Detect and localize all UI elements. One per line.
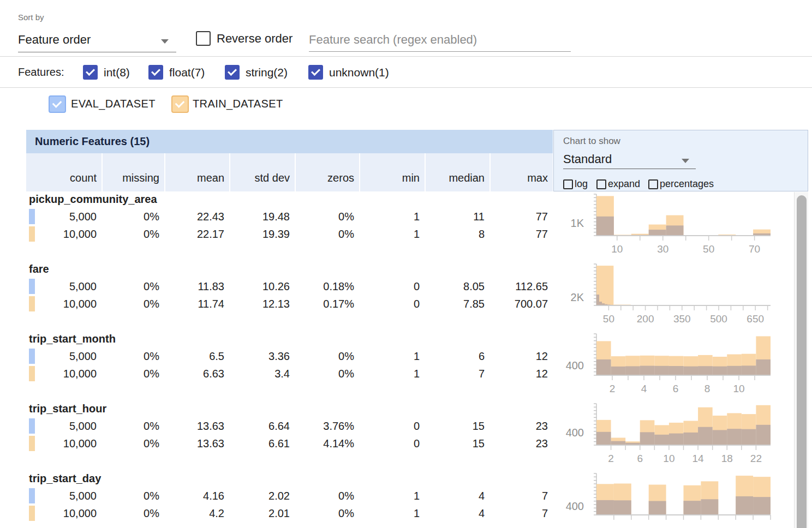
x-axis: [596, 515, 771, 520]
column-header-min: min: [359, 153, 425, 191]
stat-value-median: 4: [425, 487, 489, 505]
x-tick-label: 70: [749, 243, 760, 255]
expand-label: expand: [608, 178, 640, 190]
scrollbar-thumb[interactable]: [797, 195, 807, 528]
x-tick-label: 200: [637, 313, 654, 325]
stat-value-min: 1: [359, 505, 425, 522]
log-checkbox[interactable]: [563, 179, 573, 189]
stats-row-eval_dataset: 5,0000%11.8310.260.18%08.05112.65: [26, 278, 553, 295]
histogram-bar: [727, 429, 742, 445]
histogram-chart-trip_start_hour: 2610141822400: [561, 400, 796, 470]
x-tick-label: 50: [603, 313, 614, 325]
stat-value-zeros: 0%: [295, 505, 359, 522]
stat-value-median: 7: [425, 365, 489, 382]
stat-value-std-dev: 3.36: [229, 347, 295, 365]
histogram-chart-trip_start_month: 246810400: [561, 331, 796, 400]
stats-row-train_dataset: 10,0000%6.633.40%1712: [26, 365, 553, 382]
feature-type-checkbox-unknown[interactable]: [308, 65, 323, 80]
y-axis-comb: [594, 473, 596, 515]
histogram-bar: [614, 500, 631, 515]
stats-row-train_dataset: 10,0000%13.636.614.14%01523: [26, 435, 553, 452]
y-axis-comb: [594, 334, 596, 375]
stat-value-missing: 0%: [101, 295, 164, 313]
stat-value-max: 77: [489, 208, 553, 225]
expand-checkbox[interactable]: [596, 179, 606, 189]
stat-value-missing: 0%: [101, 505, 164, 522]
histogram-bar: [756, 359, 771, 375]
stat-value-count: 10,000: [26, 225, 101, 243]
histogram-bar: [596, 295, 599, 305]
scrollbar-track[interactable]: [794, 192, 808, 528]
feature-type-checkbox-int[interactable]: [83, 65, 98, 80]
x-axis: 10305070: [596, 236, 771, 255]
stat-value-count: 10,000: [26, 505, 101, 522]
stat-value-median: 15: [425, 435, 489, 452]
stat-value-max: 700.07: [489, 295, 553, 313]
dropdown-caret-icon: [161, 39, 169, 44]
histogram-bar: [625, 366, 640, 375]
x-tick-label: 500: [710, 313, 727, 325]
stat-value-zeros: 0.18%: [295, 278, 359, 295]
column-header-zeros: zeros: [295, 153, 359, 191]
dataset-checkbox-eval_dataset[interactable]: [49, 95, 66, 113]
dataset-color-chip: [29, 488, 35, 503]
stat-value-max: 7: [489, 487, 553, 505]
x-tick-label: 350: [673, 313, 691, 325]
stat-value-min: 1: [359, 365, 425, 382]
histogram-bar: [596, 217, 614, 236]
feature-search-input[interactable]: [309, 28, 571, 52]
numeric-features-header: Numeric Features (15): [26, 130, 553, 153]
y-axis-label: 1K: [571, 217, 584, 229]
stat-value-std-dev: 3.4: [229, 365, 295, 382]
features-filter-label: Features:: [18, 66, 64, 79]
stat-value-median: 15: [425, 417, 489, 435]
stats-row-eval_dataset: 5,0000%13.636.643.76%01523: [26, 417, 553, 435]
stat-value-min: 1: [359, 225, 425, 243]
stat-value-median: 4: [425, 505, 489, 522]
histogram-bar: [684, 433, 698, 445]
stat-value-count: 5,000: [26, 347, 101, 365]
histogram-bar: [611, 441, 626, 445]
histogram-bar: [669, 434, 684, 445]
percentages-checkbox[interactable]: [648, 179, 658, 189]
histogram-bar: [701, 499, 718, 515]
stat-value-max: 7: [489, 505, 553, 522]
stat-value-mean: 13.63: [164, 435, 229, 452]
histogram-bar: [713, 430, 727, 445]
chart-option-log: log: [563, 178, 588, 190]
feature-name: pickup_community_area: [29, 193, 157, 206]
x-tick-label: 18: [721, 453, 733, 464]
feature-type-checkbox-string[interactable]: [225, 65, 240, 80]
sort-by-dropdown[interactable]: Feature order: [18, 28, 176, 52]
feature-block-trip_start_hour: trip_start_hour5,0000%13.636.643.76%0152…: [26, 401, 553, 471]
dataset-label: TRAIN_DATASET: [193, 98, 283, 110]
histogram-chart-trip_start_day: 400: [561, 470, 796, 528]
stat-value-missing: 0%: [101, 208, 164, 225]
dropdown-caret-icon: [682, 159, 689, 163]
dataset-checkbox-train_dataset[interactable]: [171, 95, 189, 113]
reverse-order-checkbox[interactable]: [196, 31, 211, 46]
feature-name: trip_start_hour: [29, 403, 106, 415]
stat-value-zeros: 4.14%: [295, 435, 359, 452]
divider: [0, 87, 812, 88]
stat-value-max: 112.65: [489, 278, 553, 295]
stat-value-max: 77: [489, 225, 553, 243]
stat-value-missing: 0%: [101, 225, 164, 243]
x-tick-label: 6: [637, 453, 643, 464]
y-axis-label: 400: [566, 500, 584, 512]
stat-value-mean: 13.63: [164, 417, 229, 435]
histogram-bar: [596, 432, 611, 445]
feature-type-checkbox-float[interactable]: [148, 65, 163, 80]
train_dataset-series: [596, 266, 768, 305]
stat-value-mean: 6.5: [164, 347, 229, 365]
stat-value-max: 23: [489, 435, 553, 452]
column-header-missing: missing: [101, 153, 164, 191]
sort-by-value: Feature order: [18, 33, 91, 47]
y-axis-comb: [594, 264, 596, 305]
dataset-color-chip: [29, 418, 35, 434]
x-tick-label: 10: [611, 243, 623, 255]
numeric-features-title: Numeric Features (15): [35, 135, 150, 147]
stat-value-min: 1: [359, 487, 425, 505]
chart-to-show-dropdown[interactable]: Standard: [563, 149, 696, 169]
column-header-mean: mean: [164, 153, 229, 191]
